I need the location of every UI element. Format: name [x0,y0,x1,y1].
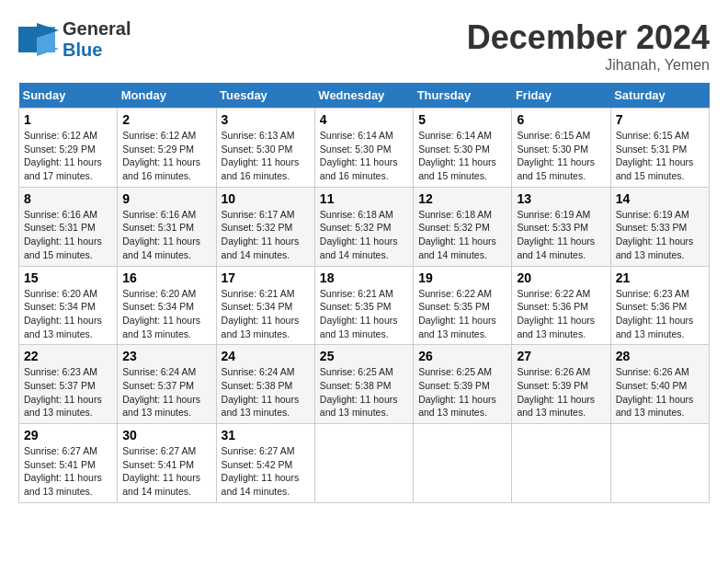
day-number: 24 [222,349,310,363]
calendar-day-cell: 23Sunrise: 6:24 AMSunset: 5:37 PMDayligh… [118,345,216,424]
calendar-day-cell: 15Sunrise: 6:20 AMSunset: 5:34 PMDayligh… [19,266,118,345]
day-number: 26 [418,349,506,363]
calendar-day-cell: 26Sunrise: 6:25 AMSunset: 5:39 PMDayligh… [414,345,512,424]
day-info: Sunrise: 6:16 AMSunset: 5:31 PMDaylight:… [24,208,112,262]
day-number: 12 [418,191,506,206]
calendar-day-cell: 12Sunrise: 6:18 AMSunset: 5:32 PMDayligh… [414,187,512,266]
day-number: 7 [616,112,704,127]
day-number: 22 [24,349,112,363]
day-number: 3 [222,112,310,127]
day-info: Sunrise: 6:15 AMSunset: 5:30 PMDaylight:… [517,129,605,183]
calendar-day-cell: 20Sunrise: 6:22 AMSunset: 5:36 PMDayligh… [512,266,610,345]
calendar-day-cell: 27Sunrise: 6:26 AMSunset: 5:39 PMDayligh… [512,345,610,424]
day-number: 28 [616,349,704,363]
calendar-day-cell: 17Sunrise: 6:21 AMSunset: 5:34 PMDayligh… [216,266,314,345]
logo-blue: Blue [63,40,102,60]
calendar-day-cell: 16Sunrise: 6:20 AMSunset: 5:34 PMDayligh… [118,266,216,345]
calendar-header-row: Sunday Monday Tuesday Wednesday Thursday… [19,83,710,109]
day-info: Sunrise: 6:23 AMSunset: 5:37 PMDaylight:… [24,365,112,419]
day-info: Sunrise: 6:26 AMSunset: 5:40 PMDaylight:… [616,365,704,419]
day-info: Sunrise: 6:15 AMSunset: 5:31 PMDaylight:… [616,129,704,183]
day-info: Sunrise: 6:22 AMSunset: 5:35 PMDaylight:… [418,287,506,341]
day-info: Sunrise: 6:26 AMSunset: 5:39 PMDaylight:… [517,365,605,419]
day-info: Sunrise: 6:16 AMSunset: 5:31 PMDaylight:… [122,208,210,262]
calendar-day-cell: 22Sunrise: 6:23 AMSunset: 5:37 PMDayligh… [19,345,118,424]
day-info: Sunrise: 6:19 AMSunset: 5:33 PMDaylight:… [616,208,704,262]
calendar-day-cell: 9Sunrise: 6:16 AMSunset: 5:31 PMDaylight… [118,187,216,266]
day-info: Sunrise: 6:25 AMSunset: 5:39 PMDaylight:… [418,365,506,419]
day-info: Sunrise: 6:27 AMSunset: 5:41 PMDaylight:… [24,444,112,499]
day-info: Sunrise: 6:23 AMSunset: 5:36 PMDaylight:… [616,287,704,341]
month-title: December 2024 [467,18,710,57]
day-info: Sunrise: 6:24 AMSunset: 5:38 PMDaylight:… [222,365,310,419]
day-info: Sunrise: 6:21 AMSunset: 5:34 PMDaylight:… [222,287,310,341]
calendar-day-cell: 28Sunrise: 6:26 AMSunset: 5:40 PMDayligh… [610,345,709,424]
calendar-day-cell: 18Sunrise: 6:21 AMSunset: 5:35 PMDayligh… [314,266,413,345]
svg-rect-0 [18,27,37,52]
title-block: December 2024 Jihanah, Yemen [467,18,710,74]
calendar-week-row: 1Sunrise: 6:12 AMSunset: 5:29 PMDaylight… [19,109,710,188]
day-info: Sunrise: 6:17 AMSunset: 5:32 PMDaylight:… [222,208,310,262]
day-number: 9 [122,191,210,206]
day-info: Sunrise: 6:13 AMSunset: 5:30 PMDaylight:… [222,129,310,183]
calendar-table: Sunday Monday Tuesday Wednesday Thursday… [18,83,710,503]
day-number: 19 [418,270,506,285]
calendar-day-cell: 8Sunrise: 6:16 AMSunset: 5:31 PMDaylight… [19,187,118,266]
empty-cell [414,424,512,503]
header-thursday: Thursday [414,83,512,109]
empty-cell [610,424,709,503]
day-number: 14 [616,191,704,206]
day-info: Sunrise: 6:12 AMSunset: 5:29 PMDaylight:… [24,129,112,183]
day-info: Sunrise: 6:21 AMSunset: 5:35 PMDaylight:… [320,287,408,341]
day-number: 11 [320,191,408,206]
day-info: Sunrise: 6:25 AMSunset: 5:38 PMDaylight:… [320,365,408,419]
day-number: 2 [122,112,210,127]
day-info: Sunrise: 6:20 AMSunset: 5:34 PMDaylight:… [122,287,210,341]
calendar-week-row: 22Sunrise: 6:23 AMSunset: 5:37 PMDayligh… [19,345,710,424]
calendar-day-cell: 25Sunrise: 6:25 AMSunset: 5:38 PMDayligh… [314,345,413,424]
header-wednesday: Wednesday [314,83,413,109]
day-info: Sunrise: 6:14 AMSunset: 5:30 PMDaylight:… [320,129,408,183]
calendar-day-cell: 7Sunrise: 6:15 AMSunset: 5:31 PMDaylight… [610,109,709,188]
day-number: 21 [616,270,704,285]
header-tuesday: Tuesday [216,83,314,109]
calendar-day-cell: 11Sunrise: 6:18 AMSunset: 5:32 PMDayligh… [314,187,413,266]
day-info: Sunrise: 6:12 AMSunset: 5:29 PMDaylight:… [122,129,210,183]
calendar-day-cell: 2Sunrise: 6:12 AMSunset: 5:29 PMDaylight… [118,109,216,188]
day-info: Sunrise: 6:18 AMSunset: 5:32 PMDaylight:… [320,208,408,262]
day-info: Sunrise: 6:27 AMSunset: 5:41 PMDaylight:… [122,444,210,499]
day-info: Sunrise: 6:18 AMSunset: 5:32 PMDaylight:… [418,208,506,262]
day-number: 18 [320,270,408,285]
calendar-day-cell: 1Sunrise: 6:12 AMSunset: 5:29 PMDaylight… [19,109,118,188]
location: Jihanah, Yemen [467,57,710,74]
calendar-day-cell: 19Sunrise: 6:22 AMSunset: 5:35 PMDayligh… [414,266,512,345]
day-number: 16 [122,270,210,285]
calendar-day-cell: 4Sunrise: 6:14 AMSunset: 5:30 PMDaylight… [314,109,413,188]
calendar-day-cell: 6Sunrise: 6:15 AMSunset: 5:30 PMDaylight… [512,109,610,188]
logo-general: General [63,18,131,39]
day-info: Sunrise: 6:14 AMSunset: 5:30 PMDaylight:… [418,129,506,183]
day-number: 17 [222,270,310,285]
day-number: 20 [517,270,605,285]
header-saturday: Saturday [610,83,709,109]
day-number: 1 [24,112,112,127]
day-info: Sunrise: 6:20 AMSunset: 5:34 PMDaylight:… [24,287,112,341]
page-header: General Blue December 2024 Jihanah, Yeme… [18,18,710,74]
header-monday: Monday [118,83,216,109]
day-number: 27 [517,349,605,363]
calendar-day-cell: 29Sunrise: 6:27 AMSunset: 5:41 PMDayligh… [19,424,118,503]
day-number: 4 [320,112,408,127]
day-number: 13 [517,191,605,206]
day-info: Sunrise: 6:22 AMSunset: 5:36 PMDaylight:… [517,287,605,341]
day-number: 31 [222,428,310,442]
day-number: 23 [122,349,210,363]
calendar-day-cell: 13Sunrise: 6:19 AMSunset: 5:33 PMDayligh… [512,187,610,266]
calendar-day-cell: 14Sunrise: 6:19 AMSunset: 5:33 PMDayligh… [610,187,709,266]
calendar-day-cell: 21Sunrise: 6:23 AMSunset: 5:36 PMDayligh… [610,266,709,345]
empty-cell [314,424,413,503]
day-number: 6 [517,112,605,127]
day-number: 30 [122,428,210,442]
header-friday: Friday [512,83,610,109]
calendar-day-cell: 5Sunrise: 6:14 AMSunset: 5:30 PMDaylight… [414,109,512,188]
logo: General Blue [18,18,131,61]
